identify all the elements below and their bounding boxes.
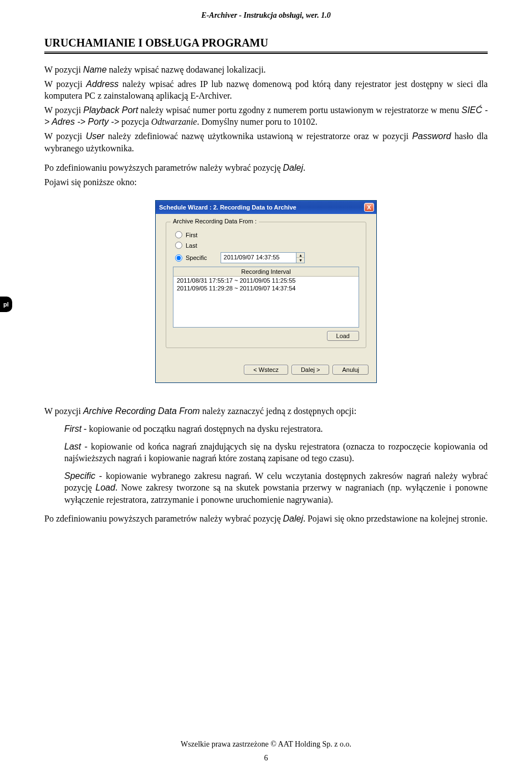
group-label: Archive Recording Data From : bbox=[171, 218, 259, 224]
paragraph-name: W pozycji Name należy wpisać nazwę dodaw… bbox=[44, 64, 488, 76]
document-header: E-Archiver - Instrukcja obsługi, wer. 1.… bbox=[44, 11, 488, 20]
radio-specific-input[interactable] bbox=[175, 254, 182, 262]
dialog-titlebar[interactable]: Schedule Wizard : 2. Recording Data to A… bbox=[156, 201, 376, 214]
paragraph-address: W pozycji Address należy wpisać adres IP… bbox=[44, 78, 488, 102]
radio-specific-label: Specific bbox=[186, 254, 207, 261]
radio-last[interactable]: Last bbox=[175, 242, 359, 249]
dialog-window: Schedule Wizard : 2. Recording Data to A… bbox=[155, 200, 377, 383]
specific-datetime-value: 2011/09/07 14:37:55 bbox=[221, 253, 296, 263]
option-specific: Specific - kopiowanie wybranego zakresu … bbox=[64, 470, 488, 506]
load-button[interactable]: Load bbox=[327, 331, 359, 341]
field-address: Address bbox=[86, 79, 119, 89]
interval-header: Recording Interval bbox=[173, 267, 359, 277]
archive-from-group: Archive Recording Data From : First Last… bbox=[166, 222, 366, 348]
close-icon[interactable]: X bbox=[364, 203, 374, 212]
dialog-footer: < Wstecz Dalej > Anuluj bbox=[156, 359, 376, 382]
language-tab: pl bbox=[0, 297, 12, 312]
paragraph-user: W pozycji User należy zdefiniować nazwę … bbox=[44, 130, 488, 154]
radio-last-label: Last bbox=[186, 242, 197, 249]
chevron-down-icon[interactable]: ▼ bbox=[296, 258, 304, 263]
radio-specific[interactable]: Specific 2011/09/07 14:37:55 ▲ ▼ bbox=[175, 252, 359, 263]
specific-datetime-field[interactable]: 2011/09/07 14:37:55 ▲ ▼ bbox=[221, 252, 305, 263]
option-first: First - kopiowanie od początku nagrań do… bbox=[64, 423, 488, 435]
paragraph-window-intro: Pojawi się poniższe okno: bbox=[44, 176, 488, 188]
field-name: Name bbox=[83, 65, 107, 74]
radio-first-input[interactable] bbox=[175, 231, 182, 238]
spinner[interactable]: ▲ ▼ bbox=[296, 253, 304, 263]
document-footer: Wszelkie prawa zastrzeżone © AAT Holding… bbox=[0, 740, 532, 749]
paragraph-playback-port: W pozycji Playback Port należy wpisać nu… bbox=[44, 104, 488, 128]
radio-first-label: First bbox=[186, 232, 197, 238]
field-password: Password bbox=[412, 131, 451, 141]
options-intro: W pozycji Archive Recording Data From na… bbox=[44, 405, 488, 417]
interval-row[interactable]: 2011/09/05 11:29:28 ~ 2011/09/07 14:37:5… bbox=[173, 284, 359, 292]
cancel-button[interactable]: Anuluj bbox=[332, 365, 369, 375]
page-number: 6 bbox=[0, 754, 532, 763]
title-rule bbox=[44, 52, 488, 54]
field-user: User bbox=[86, 131, 105, 141]
back-button[interactable]: < Wstecz bbox=[244, 365, 288, 375]
field-playback-port: Playback Port bbox=[83, 105, 138, 115]
next-button[interactable]: Dalej > bbox=[291, 365, 330, 375]
intro-paragraphs: W pozycji Name należy wpisać nazwę dodaw… bbox=[44, 64, 488, 188]
section-title: URUCHAMIANIE I OBSŁUGA PROGRAMU bbox=[44, 37, 488, 49]
paragraph-next: Po zdefiniowaniu powyższych parametrów n… bbox=[44, 162, 488, 174]
radio-last-input[interactable] bbox=[175, 242, 182, 249]
radio-first[interactable]: First bbox=[175, 231, 359, 238]
outro: Po zdefiniowaniu powyższych parametrów n… bbox=[44, 513, 488, 525]
interval-row[interactable]: 2011/08/31 17:55:17 ~ 2011/09/05 11:25:5… bbox=[173, 277, 359, 284]
dialog-title: Schedule Wizard : 2. Recording Data to A… bbox=[159, 204, 296, 211]
recording-interval-list[interactable]: Recording Interval 2011/08/31 17:55:17 ~… bbox=[173, 267, 359, 328]
option-last: Last - kopiowanie od końca nagrań znajdu… bbox=[64, 441, 488, 464]
chevron-up-icon[interactable]: ▲ bbox=[296, 253, 304, 258]
lower-paragraphs: W pozycji Archive Recording Data From na… bbox=[44, 405, 488, 524]
